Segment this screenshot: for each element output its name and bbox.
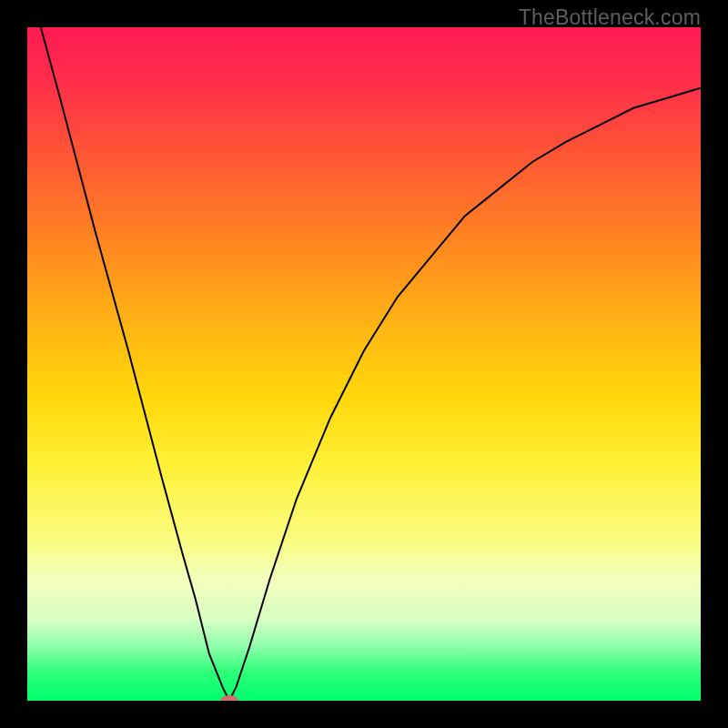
chart-minimum-marker — [220, 695, 238, 701]
chart-curve-layer — [27, 27, 701, 701]
watermark-text: TheBottleneck.com — [519, 5, 701, 30]
chart-curve — [41, 27, 701, 701]
